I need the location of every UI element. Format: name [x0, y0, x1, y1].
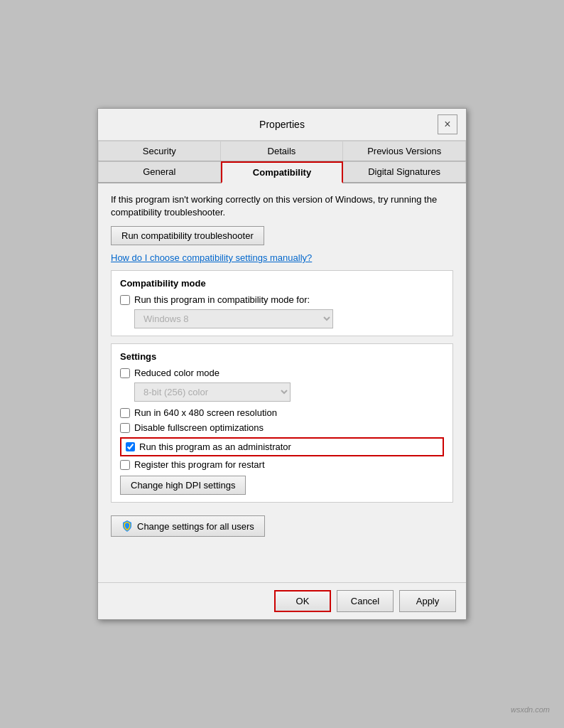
apply-button[interactable]: Apply [399, 590, 456, 612]
tab-compatibility[interactable]: Compatibility [221, 161, 344, 183]
shield-icon [121, 520, 133, 532]
tabs-row2: General Compatibility Digital Signatures [98, 161, 466, 183]
tab-content: If this program isn't working correctly … [98, 183, 466, 582]
cancel-button[interactable]: Cancel [337, 590, 394, 612]
compatibility-mode-label: Compatibility mode [120, 278, 444, 289]
compatibility-mode-checkbox-label: Run this program in compatibility mode f… [134, 294, 310, 305]
title-bar: Properties × [98, 109, 466, 141]
compatibility-mode-checkbox-row: Run this program in compatibility mode f… [120, 294, 444, 305]
description-text: If this program isn't working correctly … [111, 193, 453, 219]
admin-checkbox[interactable] [126, 442, 135, 451]
resolution-label: Run in 640 x 480 screen resolution [134, 407, 277, 418]
dialog-footer: OK Cancel Apply [98, 582, 466, 619]
reduced-color-row: Reduced color mode [120, 368, 444, 378]
tab-details[interactable]: Details [221, 141, 344, 161]
restart-checkbox[interactable] [120, 460, 130, 470]
run-troubleshooter-button[interactable]: Run compatibility troubleshooter [111, 226, 264, 245]
admin-row: Run this program as an administrator [120, 437, 444, 456]
compatibility-mode-section: Compatibility mode Run this program in c… [111, 270, 453, 336]
fullscreen-checkbox[interactable] [120, 423, 130, 433]
restart-label: Register this program for restart [134, 459, 265, 470]
change-settings-label: Change settings for all users [137, 521, 254, 532]
dialog-title: Properties [126, 119, 438, 130]
fullscreen-row: Disable fullscreen optimizations [120, 422, 444, 433]
close-button[interactable]: × [438, 114, 457, 134]
resolution-row: Run in 640 x 480 screen resolution [120, 407, 444, 418]
tabs-row1: Security Details Previous Versions [98, 141, 466, 161]
color-mode-dropdown[interactable]: 8-bit (256) color 16-bit (65536) color [134, 382, 291, 402]
tab-previous-versions[interactable]: Previous Versions [343, 141, 466, 161]
compatibility-mode-checkbox[interactable] [120, 295, 130, 305]
settings-label: Settings [120, 351, 444, 362]
change-settings-button[interactable]: Change settings for all users [111, 515, 265, 537]
settings-section: Settings Reduced color mode 8-bit (256) … [111, 343, 453, 503]
ok-button[interactable]: OK [274, 590, 331, 612]
dpi-settings-button[interactable]: Change high DPI settings [120, 476, 246, 495]
watermark: wsxdn.com [511, 705, 550, 714]
resolution-checkbox[interactable] [120, 408, 130, 418]
tab-general[interactable]: General [98, 161, 221, 182]
tab-digital-signatures[interactable]: Digital Signatures [343, 161, 466, 182]
restart-row: Register this program for restart [120, 459, 444, 470]
reduced-color-label: Reduced color mode [134, 368, 219, 378]
reduced-color-checkbox[interactable] [120, 368, 130, 378]
compatibility-mode-dropdown[interactable]: Windows 8 Windows XP (Service Pack 2) Wi… [134, 309, 333, 328]
help-link[interactable]: How do I choose compatibility settings m… [111, 252, 453, 263]
admin-label: Run this program as an administrator [139, 441, 291, 452]
fullscreen-label: Disable fullscreen optimizations [134, 422, 264, 433]
tab-security[interactable]: Security [98, 141, 221, 161]
properties-dialog: Properties × Security Details Previous V… [97, 108, 467, 620]
